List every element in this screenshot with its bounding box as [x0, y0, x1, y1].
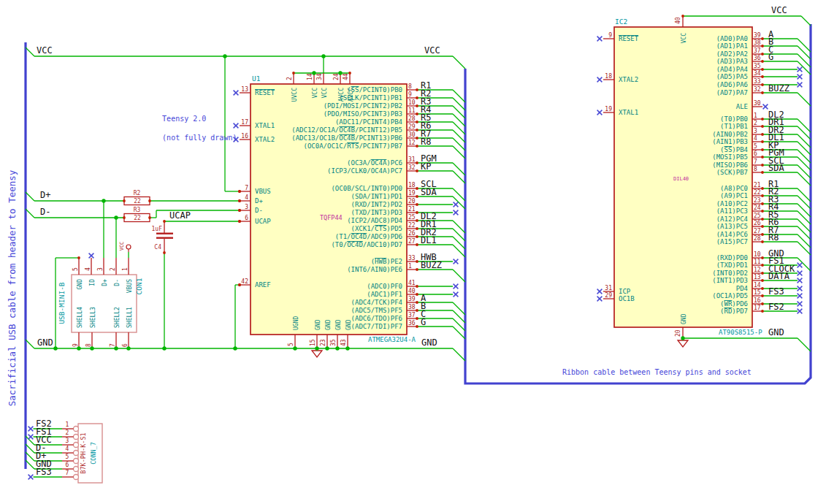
pin-number: 26: [408, 230, 416, 237]
pin-number: 20: [408, 198, 416, 205]
pin-end-dot: [148, 199, 151, 202]
pin-number: 2: [754, 120, 757, 126]
pin-number: 2: [286, 77, 293, 80]
pin-name: D+: [102, 279, 108, 286]
net-label: GND: [37, 337, 53, 348]
pin-name: VBUS: [255, 188, 271, 195]
pin-name: GND: [315, 319, 321, 330]
pin-name: OC1B: [619, 295, 635, 302]
pin-end-dot: [761, 218, 764, 221]
pin-number: 17: [754, 305, 761, 311]
pin-number: 38: [754, 39, 761, 46]
pin-end-dot: [416, 145, 418, 148]
conn7-pin-circle: [74, 435, 79, 440]
pin-number: 19: [605, 106, 612, 112]
pin-number: 32: [408, 164, 416, 171]
r3-resistor[interactable]: R322: [124, 207, 150, 222]
pin-end-dot: [761, 75, 764, 78]
pin-name: (SS)PB4: [720, 146, 748, 153]
conn7-symbol[interactable]: B7K-PH-K-S1CONN_71234567: [62, 421, 102, 483]
pin-name: (ADC5/TMS)PF5: [351, 307, 402, 314]
pin-name: AVCC: [348, 88, 354, 102]
con1-ref: CON1: [135, 278, 143, 294]
pin-name: (ADC12/OC1A/OC4B/PCINT12)PB5: [291, 126, 402, 134]
con1-value: USB-MINI-B: [58, 282, 66, 324]
pin-name: ICP: [619, 288, 631, 295]
bus-entry: [798, 39, 811, 52]
pin-name: (A14)PC6: [716, 231, 748, 238]
bus-entry: [798, 61, 811, 75]
pin-number: 11: [408, 107, 416, 114]
no-connect-icon: [28, 435, 34, 440]
ground-symbol-icon: [678, 340, 688, 347]
pin-name: (A9)PC1: [720, 192, 748, 199]
pin-number: 15: [310, 339, 316, 346]
r3-resistor-value: 22: [134, 215, 141, 221]
no-connect-icon: [454, 202, 459, 207]
pin-end-dot: [761, 310, 764, 313]
pin-number: 10: [754, 251, 761, 258]
pin-name: (AD0)PA0: [716, 35, 748, 42]
junction-dot: [321, 54, 325, 58]
pin-number: 3: [66, 438, 69, 444]
u1-ref: U1: [252, 75, 261, 83]
junction-dot: [102, 199, 105, 202]
pin-number: 36: [754, 55, 761, 61]
note-sacrificial-usb-cable: Sacrificial USB cable from header to Tee…: [7, 153, 17, 424]
pin-number: 18: [408, 182, 416, 188]
no-connect-icon: [234, 91, 239, 96]
pin-number: 25: [754, 213, 761, 219]
net-label: GND: [768, 327, 784, 337]
c4-capacitor[interactable]: 1uFC4: [152, 221, 173, 253]
junction-dot: [162, 346, 166, 350]
no-connect-icon: [798, 263, 803, 268]
ic2-ref: IC2: [615, 18, 627, 26]
pin-end-dot: [761, 287, 764, 290]
pin-name: XTAL1: [619, 109, 638, 116]
r2-resistor[interactable]: R222: [124, 190, 150, 205]
c4-ref: C4: [154, 244, 161, 251]
pin-end-dot: [123, 216, 126, 219]
pin-end-dot: [761, 187, 764, 190]
pin-name: (MOSI)PB5: [712, 153, 748, 161]
pin-number: 27: [408, 238, 416, 245]
pin-end-dot: [416, 268, 418, 271]
pin-end-dot: [416, 227, 418, 230]
pin-name: ALE: [736, 103, 748, 110]
pin-number: 5: [288, 343, 294, 346]
bus-entry: [798, 54, 811, 67]
pin-name: (PDI/MOSI/PCINT2)PB2: [324, 102, 402, 110]
pin-name: SHELL2: [114, 307, 121, 328]
r3-resistor-ref: R3: [134, 207, 141, 213]
pin-number: 31: [605, 285, 612, 291]
no-connect-icon: [454, 284, 459, 289]
junction-dot: [335, 346, 339, 350]
pin-name: (AD2)PA2: [716, 50, 748, 58]
pin-end-dot: [761, 118, 764, 121]
pin-end-dot: [123, 199, 126, 202]
u1-symbol[interactable]: U1TQFP44ATMEGA32U4-A13RESET17XTAL116XTAL…: [240, 73, 417, 348]
pin-number: 40: [675, 17, 681, 24]
symbols: U1TQFP44ATMEGA32U4-A13RESET17XTAL116XTAL…: [58, 16, 762, 483]
pin-end-dot: [761, 140, 764, 143]
con1-symbol[interactable]: USB-MINI-BCON15GND4ID3D+2D-1VBUS9SHELL48…: [58, 258, 143, 348]
pin-end-dot: [761, 233, 764, 236]
pin-name: PD4: [736, 285, 748, 292]
bus-entry: [798, 234, 811, 248]
pin-number: 3: [97, 267, 104, 271]
junction-dot: [315, 346, 318, 350]
conn7-pin-circle: [74, 451, 79, 456]
pin-end-dot: [761, 53, 764, 56]
ic2-symbol[interactable]: IC2DIL40AT90S8515-P9RESET18XTAL219XTAL13…: [603, 16, 762, 338]
pin-number: 1: [122, 267, 129, 271]
pin-name: D-: [255, 207, 263, 214]
no-connect-icon: [28, 427, 34, 432]
pin-number: 34: [754, 70, 761, 77]
pin-end-dot: [238, 209, 241, 212]
pin-end-dot: [761, 148, 764, 151]
net-label: KP: [421, 161, 431, 172]
conn7-value: B7K-PH-K-S1: [80, 432, 87, 473]
c4-value: 1uF: [152, 226, 163, 232]
pin-end-dot: [761, 171, 764, 174]
bus-entry: [453, 270, 465, 282]
